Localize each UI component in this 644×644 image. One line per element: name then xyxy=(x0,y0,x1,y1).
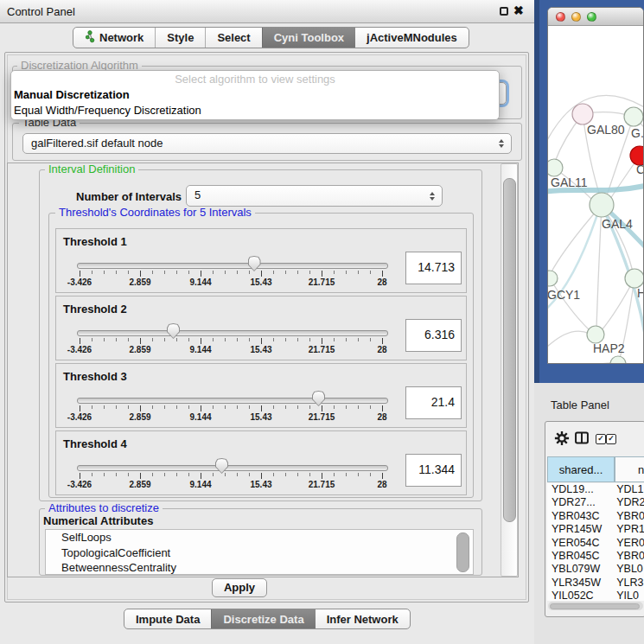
application-root: Control Panel ✖ NetworkStyleSelectCyni T… xyxy=(0,0,644,644)
float-window-icon[interactable] xyxy=(500,7,508,16)
checked-box-icon[interactable]: ✓ xyxy=(596,434,606,444)
tab-label: Impute Data xyxy=(136,613,200,626)
network-node[interactable] xyxy=(548,271,558,286)
slider-handle[interactable] xyxy=(167,323,180,339)
network-view-window[interactable]: GAL80G.CGAL11GAL4GCY1HHAP2 xyxy=(547,7,644,364)
threshold-label: Threshold 4 xyxy=(63,437,127,450)
split-view-icon[interactable] xyxy=(575,431,589,445)
cell-shared-name: YBR043C xyxy=(547,510,615,523)
tab-impute-data[interactable]: Impute Data xyxy=(124,609,211,628)
column-header-shared[interactable]: shared... xyxy=(547,456,615,482)
cell-name: YPR1 xyxy=(615,523,644,536)
network-node[interactable] xyxy=(587,326,604,343)
tab-label: Cyni Toolbox xyxy=(274,31,344,44)
tab-label: Select xyxy=(217,31,250,44)
node-label: H xyxy=(637,286,644,300)
control-panel-title: Control Panel xyxy=(7,5,75,18)
tab-network[interactable]: Network xyxy=(73,28,155,48)
attribute-item[interactable]: TopologicalCoefficient xyxy=(46,545,473,561)
thresholds-group-title: Threshold's Coordinates for 5 Intervals xyxy=(55,207,255,219)
threshold-value-field[interactable]: 21.4 xyxy=(405,386,462,419)
apply-button[interactable]: Apply xyxy=(212,578,267,597)
mode-tab-bar: Impute DataDiscretize DataInfer Network xyxy=(124,609,411,629)
tick-label: 28 xyxy=(377,277,386,287)
table-row[interactable]: YBL079WYBL0 xyxy=(547,563,644,576)
attribute-item[interactable]: BetweennessCentrality xyxy=(46,560,473,575)
table-panel-title: Table Panel xyxy=(551,399,609,411)
network-canvas[interactable]: GAL80G.CGAL11GAL4GCY1HHAP2 xyxy=(548,26,644,364)
table-hscrollbar[interactable] xyxy=(548,602,643,610)
numerical-attributes-list[interactable]: SelfLoopsTopologicalCoefficientBetweenne… xyxy=(45,529,474,575)
tab-cyni-toolbox[interactable]: Cyni Toolbox xyxy=(262,28,355,48)
tick-label: 2.859 xyxy=(129,480,150,489)
traffic-light-zoom-icon[interactable] xyxy=(587,12,596,22)
tab-discretize-data[interactable]: Discretize Data xyxy=(211,609,315,628)
list-scrollbar-thumb[interactable] xyxy=(456,532,469,572)
panel-scrollbar-thumb[interactable] xyxy=(503,178,516,522)
cell-shared-name: YDL19... xyxy=(547,483,615,496)
node-label: GAL4 xyxy=(602,217,633,231)
tick-label: -3.426 xyxy=(67,345,92,354)
slider-handle[interactable] xyxy=(248,256,261,271)
cell-name: YIL0 xyxy=(615,590,644,601)
tick-label: 9.144 xyxy=(189,277,211,287)
network-node[interactable] xyxy=(624,107,643,126)
slider-track[interactable] xyxy=(77,263,388,269)
table-row[interactable]: YDL19...YDL1 xyxy=(547,483,644,496)
threshold-value-field[interactable]: 6.316 xyxy=(405,319,462,352)
gear-icon[interactable] xyxy=(554,430,570,446)
column-header-name[interactable]: na xyxy=(615,456,644,482)
slider-track[interactable] xyxy=(77,465,388,471)
number-of-intervals-value: 5 xyxy=(194,188,201,201)
table-row[interactable]: YBR043CYBR0 xyxy=(547,510,644,523)
tab-label: Infer Network xyxy=(327,613,399,626)
dropdown-option-manual-discretization[interactable]: Manual Discretization xyxy=(11,87,499,103)
slider-handle[interactable] xyxy=(312,391,325,406)
number-of-intervals-label: Number of Intervals xyxy=(76,190,182,203)
checked-box-icon[interactable]: ✓ xyxy=(606,434,616,444)
tick-label: -3.426 xyxy=(67,480,92,489)
tick-label: 21.715 xyxy=(309,345,335,354)
network-node[interactable] xyxy=(572,104,593,124)
table-data-combobox[interactable]: galFiltered.sif default node xyxy=(22,133,512,154)
tab-select[interactable]: Select xyxy=(205,28,261,48)
algorithm-dropdown-popup: Select algorithm to view settings Manual… xyxy=(10,70,500,120)
control-panel-titlebar xyxy=(0,0,534,23)
network-window-titlebar[interactable] xyxy=(548,8,643,26)
table-row[interactable]: YDR27...YDR2 xyxy=(547,496,644,509)
node-label: GAL80 xyxy=(587,123,625,137)
traffic-light-close-icon[interactable] xyxy=(556,12,565,22)
slider-ticks xyxy=(80,473,382,480)
table-row[interactable]: YLR345WYLR3 xyxy=(547,577,644,590)
combo-stepper-icon xyxy=(430,192,435,201)
network-node[interactable] xyxy=(548,159,563,176)
cell-shared-name: YLR345W xyxy=(547,577,615,590)
slider-track[interactable] xyxy=(77,398,388,404)
slider-handle[interactable] xyxy=(215,458,228,474)
threshold-value-field[interactable]: 14.713 xyxy=(405,252,462,284)
traffic-light-minimize-icon[interactable] xyxy=(571,12,581,22)
table-row[interactable]: YIL052CYIL0 xyxy=(547,590,644,601)
tab-jactivemnodules[interactable]: jActiveMNodules xyxy=(355,28,469,48)
network-node[interactable] xyxy=(590,193,614,217)
tab-label: jActiveMNodules xyxy=(367,31,457,44)
tab-infer-network[interactable]: Infer Network xyxy=(316,609,410,628)
threshold-row: Threshold 3-3.4262.8599.14415.4321.71528… xyxy=(55,363,467,428)
table-hscrollbar-thumb[interactable] xyxy=(550,603,640,609)
cell-shared-name: YPR145W xyxy=(547,523,615,536)
number-of-intervals-combobox[interactable]: 5 xyxy=(186,185,443,207)
tick-label: 2.859 xyxy=(129,277,150,287)
panel-scrollbar[interactable] xyxy=(501,163,518,577)
tick-label: 15.43 xyxy=(250,412,271,422)
attribute-item[interactable]: SelfLoops xyxy=(46,530,473,545)
dropdown-option-equal-width-frequency-discretization[interactable]: Equal Width/Frequency Discretization xyxy=(11,103,499,118)
table-row[interactable]: YBR045CYBR0 xyxy=(547,550,644,563)
table-row[interactable]: YER054CYER0 xyxy=(547,537,644,550)
threshold-value-field[interactable]: 11.344 xyxy=(405,454,462,487)
tab-style[interactable]: Style xyxy=(155,28,205,48)
slider-track[interactable] xyxy=(77,330,388,336)
table-row[interactable]: YPR145WYPR1 xyxy=(547,523,644,536)
network-node[interactable] xyxy=(610,356,626,364)
close-window-icon[interactable]: ✖ xyxy=(513,3,524,17)
network-node[interactable] xyxy=(625,269,644,288)
